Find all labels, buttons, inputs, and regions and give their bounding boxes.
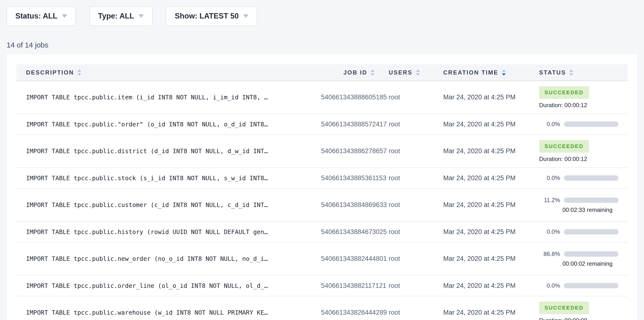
jobs-card: DESCRIPTION JOB ID USERS bbox=[6, 54, 638, 320]
job-status-cell: 0.0% bbox=[518, 221, 628, 242]
job-description: IMPORT TABLE tpcc.public.history (rowid … bbox=[16, 221, 321, 242]
job-description: IMPORT TABLE tpcc.public.district (d_id … bbox=[16, 135, 321, 168]
show-filter-dropdown[interactable]: Show: LATEST 50 bbox=[166, 6, 257, 26]
job-status-cell: SUCCEEDED Duration: 00:00:08 bbox=[518, 296, 628, 320]
progress-percent: 0.0% bbox=[539, 228, 560, 235]
job-user: root bbox=[374, 296, 438, 320]
job-id: 540661343888572417 bbox=[321, 114, 374, 135]
job-creation-time: Mar 24, 2020 at 4:25 PM bbox=[438, 135, 518, 168]
job-status-cell: 11.2% 00:02:33 remaining bbox=[518, 188, 628, 221]
status-progress: 86.8% 00:00:02 remaining bbox=[539, 251, 628, 267]
table-row[interactable]: IMPORT TABLE tpcc.public.new_order (no_o… bbox=[16, 242, 628, 275]
progress-bar bbox=[564, 251, 618, 257]
table-row[interactable]: IMPORT TABLE tpcc.public.item (i_id INT8… bbox=[16, 81, 628, 114]
job-status-cell: SUCCEEDED Duration: 00:00:12 bbox=[518, 81, 628, 114]
progress-percent: 0.0% bbox=[539, 175, 560, 181]
sort-arrows-icon bbox=[502, 69, 506, 76]
job-creation-time: Mar 24, 2020 at 4:25 PM bbox=[438, 242, 518, 275]
column-label: CREATION TIME bbox=[443, 69, 498, 76]
job-id: 540661343886278657 bbox=[321, 135, 374, 168]
job-creation-time: Mar 24, 2020 at 4:25 PM bbox=[438, 221, 518, 242]
column-header-users[interactable]: USERS bbox=[374, 64, 438, 81]
status-badge: SUCCEEDED bbox=[539, 140, 589, 153]
column-header-status[interactable]: STATUS bbox=[518, 64, 628, 81]
job-description: IMPORT TABLE tpcc.public.item (i_id INT8… bbox=[16, 81, 321, 114]
chevron-down-icon bbox=[243, 14, 248, 18]
status-duration: Duration: 00:00:12 bbox=[539, 102, 628, 109]
job-id: 540661343884673025 bbox=[321, 221, 374, 242]
table-row[interactable]: IMPORT TABLE tpcc.public.stock (s_i_id I… bbox=[16, 168, 628, 188]
jobs-table-body: IMPORT TABLE tpcc.public.item (i_id INT8… bbox=[16, 81, 628, 320]
column-label: USERS bbox=[389, 69, 412, 76]
progress-percent: 11.2% bbox=[539, 197, 560, 204]
table-row[interactable]: IMPORT TABLE tpcc.public.warehouse (w_id… bbox=[16, 296, 628, 320]
table-row[interactable]: IMPORT TABLE tpcc.public.district (d_id … bbox=[16, 135, 628, 168]
type-filter-dropdown[interactable]: Type: ALL bbox=[89, 6, 152, 26]
progress-bar bbox=[564, 229, 618, 234]
status-filter-dropdown[interactable]: Status: ALL bbox=[6, 6, 76, 26]
column-header-description[interactable]: DESCRIPTION bbox=[16, 64, 321, 81]
job-creation-time: Mar 24, 2020 at 4:25 PM bbox=[438, 168, 518, 188]
sort-arrows-icon bbox=[416, 69, 420, 76]
job-description: IMPORT TABLE tpcc.public.order_line (ol_… bbox=[16, 275, 321, 296]
status-progress: 0.0% bbox=[539, 282, 628, 289]
progress-bar bbox=[564, 283, 618, 288]
table-header-row: DESCRIPTION JOB ID USERS bbox=[16, 64, 628, 81]
table-row[interactable]: IMPORT TABLE tpcc.public."order" (o_id I… bbox=[16, 114, 628, 135]
job-creation-time: Mar 24, 2020 at 4:25 PM bbox=[438, 114, 518, 135]
progress-percent: 0.0% bbox=[539, 282, 560, 289]
job-description: IMPORT TABLE tpcc.public."order" (o_id I… bbox=[16, 114, 321, 135]
job-creation-time: Mar 24, 2020 at 4:25 PM bbox=[438, 188, 518, 221]
sort-arrows-icon bbox=[78, 69, 81, 76]
job-status-cell: 0.0% bbox=[518, 114, 628, 135]
job-description: IMPORT TABLE tpcc.public.warehouse (w_id… bbox=[16, 296, 321, 320]
job-id: 540661343885361153 bbox=[321, 168, 374, 188]
progress-bar bbox=[564, 197, 618, 203]
table-row[interactable]: IMPORT TABLE tpcc.public.customer (c_id … bbox=[16, 188, 628, 221]
status-progress: 0.0% bbox=[539, 228, 628, 235]
status-progress: 0.0% bbox=[539, 121, 628, 128]
progress-bar bbox=[564, 175, 618, 181]
job-creation-time: Mar 24, 2020 at 4:25 PM bbox=[438, 81, 518, 114]
jobs-count: 14 of 14 jobs bbox=[6, 41, 644, 49]
chevron-down-icon bbox=[138, 14, 144, 18]
status-duration: Duration: 00:00:08 bbox=[539, 317, 628, 320]
status-succeeded: SUCCEEDED Duration: 00:00:08 bbox=[539, 301, 628, 320]
status-badge: SUCCEEDED bbox=[539, 301, 589, 314]
type-filter-label: Type: ALL bbox=[98, 12, 134, 21]
job-id: 540661343882117121 bbox=[321, 275, 374, 296]
sort-arrows-icon bbox=[569, 69, 573, 76]
column-header-job-id[interactable]: JOB ID bbox=[321, 64, 374, 81]
status-succeeded: SUCCEEDED Duration: 00:00:12 bbox=[539, 140, 628, 162]
job-id: 540661343884869633 bbox=[321, 188, 374, 221]
show-filter-label: Show: LATEST 50 bbox=[175, 12, 239, 21]
status-filter-label: Status: ALL bbox=[15, 12, 58, 21]
job-creation-time: Mar 24, 2020 at 4:25 PM bbox=[438, 275, 518, 296]
job-status-cell: SUCCEEDED Duration: 00:00:12 bbox=[518, 135, 628, 168]
column-label: JOB ID bbox=[344, 69, 367, 76]
job-description: IMPORT TABLE tpcc.public.stock (s_i_id I… bbox=[16, 168, 321, 188]
job-status-cell: 0.0% bbox=[518, 275, 628, 296]
job-description: IMPORT TABLE tpcc.public.customer (c_id … bbox=[16, 188, 321, 221]
filter-bar: Status: ALL Type: ALL Show: LATEST 50 bbox=[0, 0, 644, 26]
job-status-cell: 86.8% 00:00:02 remaining bbox=[518, 242, 628, 275]
job-id: 540661343888605185 bbox=[321, 81, 374, 114]
job-description: IMPORT TABLE tpcc.public.new_order (no_o… bbox=[16, 242, 321, 275]
job-id: 540661343882444801 bbox=[321, 242, 374, 275]
progress-bar bbox=[564, 122, 618, 127]
job-status-cell: 0.0% bbox=[518, 168, 628, 188]
progress-percent: 86.8% bbox=[539, 251, 560, 257]
table-row[interactable]: IMPORT TABLE tpcc.public.history (rowid … bbox=[16, 221, 628, 242]
progress-percent: 0.0% bbox=[539, 121, 560, 128]
chevron-down-icon bbox=[62, 14, 67, 18]
status-badge: SUCCEEDED bbox=[539, 86, 589, 99]
table-row[interactable]: IMPORT TABLE tpcc.public.order_line (ol_… bbox=[16, 275, 628, 296]
status-succeeded: SUCCEEDED Duration: 00:00:12 bbox=[539, 86, 628, 109]
column-header-creation-time[interactable]: CREATION TIME bbox=[438, 64, 518, 81]
progress-remaining: 00:02:33 remaining bbox=[562, 206, 628, 213]
column-label: DESCRIPTION bbox=[26, 69, 74, 76]
progress-remaining: 00:00:02 remaining bbox=[562, 260, 628, 267]
status-progress: 0.0% bbox=[539, 175, 628, 181]
status-progress: 11.2% 00:02:33 remaining bbox=[539, 197, 628, 213]
column-label: STATUS bbox=[539, 69, 566, 76]
